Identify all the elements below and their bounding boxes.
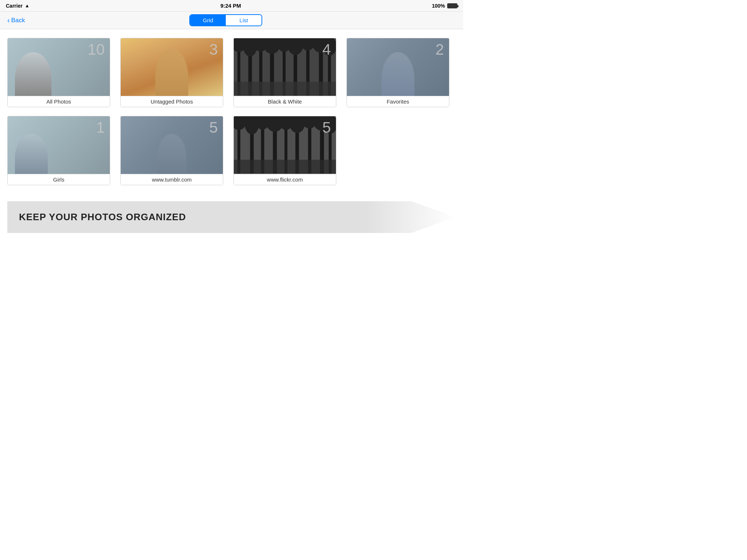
album-label-all-photos: All Photos (8, 96, 110, 107)
back-label: Back (11, 17, 25, 24)
album-figure-favorites (382, 52, 414, 96)
album-count-tumblr: 5 (209, 120, 218, 135)
battery-percent: 100% (432, 3, 445, 9)
bw-trees-svg (234, 38, 336, 96)
album-thumb-bw: 4 (234, 38, 336, 96)
album-figure-girls (15, 134, 48, 174)
album-thumb-untagged: 3 (121, 38, 223, 96)
album-cell-flickr[interactable]: 5 www.flickr.com (233, 116, 336, 185)
svg-rect-39 (234, 160, 336, 174)
svg-rect-19 (234, 82, 336, 96)
album-cell-girls[interactable]: 1 Girls (7, 116, 110, 185)
status-bar: Carrier ▲ 9:24 PM 100% (0, 0, 463, 12)
wifi-icon: ▲ (25, 3, 30, 8)
album-grid: 10 All Photos 3 Untagged Photos (0, 29, 463, 242)
album-count-untagged: 3 (209, 42, 218, 57)
battery-fill (448, 4, 457, 8)
album-grid-row-1: 10 All Photos 3 Untagged Photos (7, 38, 456, 107)
status-right: 100% (432, 3, 457, 9)
album-label-bw: Black & White (234, 96, 336, 107)
album-count-favorites: 2 (436, 42, 444, 57)
album-thumb-favorites: 2 (347, 38, 449, 96)
flickr-trees-svg (234, 116, 336, 174)
segment-grid-button[interactable]: Grid (190, 15, 226, 26)
album-count-all-photos: 10 (88, 42, 105, 57)
album-label-untagged: Untagged Photos (121, 96, 223, 107)
status-left: Carrier ▲ (6, 3, 30, 9)
battery-icon (447, 3, 457, 8)
nav-bar: ‹ Back Grid List (0, 12, 463, 29)
album-label-favorites: Favorites (347, 96, 449, 107)
album-figure-tumblr (157, 134, 186, 174)
album-thumb-all-photos: 10 (8, 38, 110, 96)
album-count-flickr: 5 (322, 120, 331, 135)
back-button[interactable]: ‹ Back (7, 16, 25, 24)
album-label-tumblr: www.tumblr.com (121, 174, 223, 185)
album-cell-untagged[interactable]: 3 Untagged Photos (120, 38, 223, 107)
album-label-flickr: www.flickr.com (234, 174, 336, 185)
album-count-girls: 1 (96, 120, 105, 135)
carrier-label: Carrier (6, 3, 23, 9)
album-thumb-girls: 1 (8, 116, 110, 174)
album-grid-row-2: 1 Girls 5 www.tumblr.com (7, 116, 456, 185)
segment-list-button[interactable]: List (226, 15, 262, 26)
album-label-girls: Girls (8, 174, 110, 185)
album-thumb-flickr: 5 (234, 116, 336, 174)
album-cell-bw[interactable]: 4 Black & White (233, 38, 336, 107)
segment-control: Grid List (189, 14, 262, 26)
album-cell-tumblr[interactable]: 5 www.tumblr.com (120, 116, 223, 185)
album-figure-untagged (155, 48, 188, 96)
album-count-bw: 4 (322, 42, 331, 57)
promo-banner: KEEP YOUR PHOTOS ORGANIZED (7, 201, 456, 233)
album-cell-favorites[interactable]: 2 Favorites (347, 38, 449, 107)
album-cell-all-photos[interactable]: 10 All Photos (7, 38, 110, 107)
banner-text: KEEP YOUR PHOTOS ORGANIZED (19, 211, 186, 222)
album-thumb-tumblr: 5 (121, 116, 223, 174)
album-figure-all-photos (15, 52, 51, 96)
status-time: 9:24 PM (220, 3, 241, 9)
back-chevron-icon: ‹ (7, 16, 10, 24)
